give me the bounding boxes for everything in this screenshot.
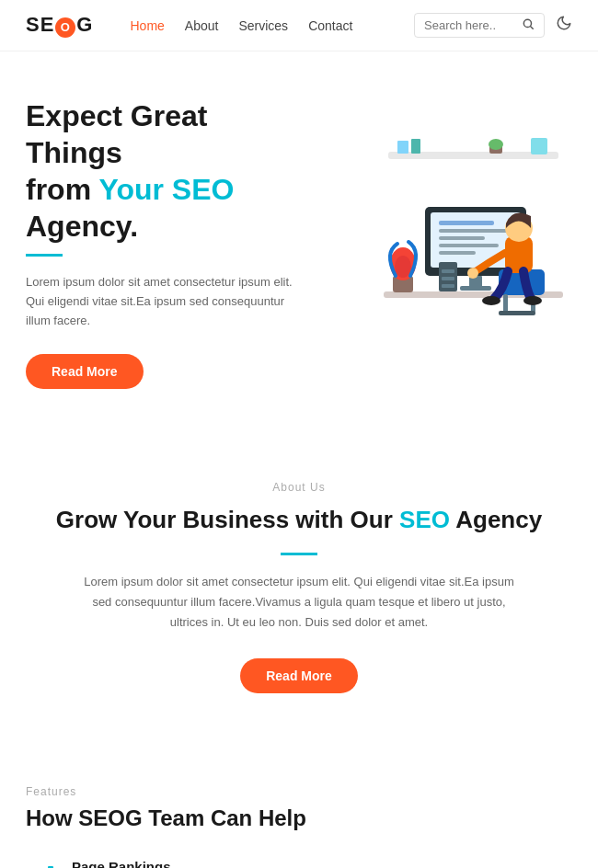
search-bar	[414, 13, 545, 38]
feature-title-rankings: Page Rankings	[72, 859, 317, 868]
nav-link-about[interactable]: About	[185, 18, 219, 33]
svg-rect-19	[442, 269, 454, 273]
svg-rect-20	[442, 277, 454, 280]
svg-point-28	[467, 268, 478, 279]
about-cta-button[interactable]: Read More	[240, 658, 358, 693]
search-button[interactable]	[522, 17, 535, 33]
features-label: Features	[26, 785, 572, 798]
svg-rect-13	[439, 244, 499, 247]
feature-item-rankings: Page Rankings Lorem ipsum dolor sit amet…	[26, 859, 351, 868]
svg-rect-3	[397, 141, 408, 154]
hero-content: Expect Great Thingsfrom Your SEOAgency. …	[26, 97, 299, 389]
svg-point-33	[395, 256, 411, 278]
about-label: About Us	[55, 481, 543, 494]
nav-link-contact[interactable]: Contact	[308, 18, 352, 33]
svg-rect-12	[439, 236, 485, 240]
hero-illustration	[333, 133, 572, 354]
svg-point-7	[489, 139, 503, 150]
nav-link-services[interactable]: Services	[238, 18, 288, 33]
nav-link-home[interactable]: Home	[130, 18, 164, 33]
svg-rect-25	[499, 311, 535, 315]
dark-mode-button[interactable]	[556, 15, 572, 36]
logo-text-se: SE	[26, 13, 54, 36]
svg-rect-10	[439, 221, 494, 225]
svg-point-30	[523, 296, 542, 305]
svg-rect-23	[503, 294, 508, 313]
features-illustration	[370, 859, 563, 868]
hero-highlight: Your SEO	[98, 173, 234, 206]
features-illustration-wrap	[370, 859, 572, 868]
nav-item-about[interactable]: About	[185, 17, 219, 34]
moon-icon	[556, 15, 572, 31]
logo: SEOG	[26, 13, 93, 38]
nav-item-home[interactable]: Home	[130, 17, 164, 34]
about-body: Lorem ipsum dolor sit amet consectetur i…	[83, 572, 515, 633]
features-section: Features How SEOG Team Can Help Page Ran…	[0, 739, 598, 868]
about-heading: Grow Your Business with Our SEO Agency	[55, 505, 543, 536]
svg-rect-4	[411, 139, 420, 154]
features-heading: How SEOG Team Can Help	[26, 805, 572, 831]
logo-text-g: G	[76, 13, 93, 36]
search-input[interactable]	[424, 18, 516, 32]
hero-image	[299, 133, 572, 354]
svg-point-29	[482, 296, 500, 305]
search-icon	[522, 17, 535, 30]
hero-cta-button[interactable]: Read More	[26, 354, 144, 389]
svg-rect-11	[439, 229, 508, 233]
feature-text-rankings: Page Rankings Lorem ipsum dolor sit amet…	[72, 859, 317, 868]
nav-item-services[interactable]: Services	[238, 17, 288, 34]
hero-section: Expect Great Thingsfrom Your SEOAgency. …	[0, 51, 598, 426]
about-highlight: SEO	[399, 506, 450, 533]
features-row: Page Rankings Lorem ipsum dolor sit amet…	[26, 859, 572, 868]
hero-divider	[26, 254, 63, 257]
svg-rect-14	[439, 251, 476, 255]
svg-line-1	[531, 27, 534, 29]
features-list: Page Rankings Lorem ipsum dolor sit amet…	[26, 859, 351, 868]
hero-heading: Expect Great Thingsfrom Your SEOAgency.	[26, 97, 299, 245]
bar-chart-icon	[26, 859, 59, 868]
logo-circle: O	[55, 17, 75, 38]
nav-item-contact[interactable]: Contact	[308, 17, 352, 34]
rankings-icon	[28, 861, 57, 868]
svg-rect-21	[442, 284, 454, 288]
nav-links: Home About Services Contact	[130, 17, 352, 34]
svg-rect-5	[531, 138, 547, 154]
svg-rect-16	[460, 286, 491, 291]
navbar: SEOG Home About Services Contact	[0, 0, 598, 51]
hero-body: Lorem ipsum dolor sit amet consectetur i…	[26, 273, 299, 330]
about-divider	[281, 553, 317, 555]
about-section: About Us Grow Your Business with Our SEO…	[0, 426, 598, 739]
